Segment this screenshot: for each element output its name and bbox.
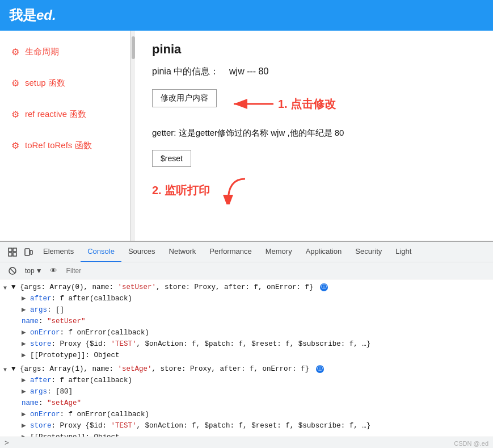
clear-console-btn[interactable]: [5, 263, 20, 279]
entry2-after[interactable]: ▶ after: f after(callback): [0, 375, 493, 386]
entry2-args[interactable]: ▶ args: [80]: [0, 386, 493, 397]
console-prompt[interactable]: >: [5, 438, 9, 447]
watermark: CSDN @.ed: [454, 440, 488, 447]
entry2-name: name: "setAge": [0, 397, 493, 409]
devtools-toolbar: top ▼ 👁: [0, 262, 493, 279]
sidebar-label-setup: setup 函数: [25, 78, 65, 89]
info-line: pinia 中的信息： wjw --- 80: [152, 66, 476, 78]
arrow-down-icon: [217, 176, 251, 204]
getter-line: getter: 这是getter修饰过的名称 wjw ,他的年纪是 80: [152, 128, 476, 139]
device-toolbar-btn[interactable]: [20, 244, 36, 260]
page-content-wrapper: pinia pinia 中的信息： wjw --- 80 修改用户内容: [135, 31, 493, 241]
console-entry-1[interactable]: ▼ {args: Array(0), name: 'setUser', stor…: [0, 282, 493, 293]
sidebar-label-lifecycle: 生命周期: [25, 47, 59, 57]
gear-icon-lifecycle: ⚙: [11, 47, 19, 57]
content-area: ⚙ 生命周期 ⚙ setup 函数 ⚙ ref reactive 函数 ⚙ to…: [0, 31, 493, 241]
tab-security[interactable]: Security: [348, 242, 389, 262]
tab-performance[interactable]: Performance: [203, 242, 258, 262]
sidebar-label-toref: toRef toRefs 函数: [25, 140, 92, 151]
arrow-right-icon: [228, 95, 273, 112]
entry1-prototype[interactable]: ▶ [[Prototype]]: Object: [0, 350, 493, 361]
console-footer: > CSDN @.ed: [0, 437, 493, 448]
entry1-onerror[interactable]: ▶ onError: f onError(callback): [0, 327, 493, 338]
site-title: 我是ed.: [9, 6, 56, 24]
svg-rect-8: [30, 250, 32, 254]
sidebar-scrollbar[interactable]: [130, 31, 135, 241]
svg-rect-5: [9, 253, 12, 256]
annotation-click: 1. 点击修改: [278, 97, 336, 112]
gear-icon-ref: ⚙: [11, 109, 19, 120]
devtools-tabs: Elements Console Sources Network Perform…: [0, 242, 493, 262]
entry1-args[interactable]: ▶ args: []: [0, 304, 493, 316]
info-value: wjw --- 80: [229, 66, 268, 76]
info-badge-2: ⓘ: [316, 365, 324, 373]
entry2-store[interactable]: ▶ store: Proxy {$id: 'TEST', $onAction: …: [0, 420, 493, 432]
svg-rect-4: [13, 248, 16, 252]
page-title: pinia: [152, 42, 476, 57]
tab-sources[interactable]: Sources: [121, 242, 162, 262]
entry2-prototype[interactable]: ▶ [[Prototype]]: Object: [0, 432, 493, 437]
sidebar-item-setup[interactable]: ⚙ setup 函数: [0, 68, 130, 99]
gear-icon-toref: ⚙: [11, 140, 19, 151]
sidebar-item-ref-reactive[interactable]: ⚙ ref reactive 函数: [0, 99, 130, 130]
reset-button[interactable]: $reset: [152, 150, 191, 167]
annotation-listen: 2. 监听打印: [152, 183, 210, 198]
svg-line-10: [10, 269, 15, 273]
sidebar-item-toref[interactable]: ⚙ toRef toRefs 函数: [0, 130, 130, 161]
sidebar: ⚙ 生命周期 ⚙ setup 函数 ⚙ ref reactive 函数 ⚙ to…: [0, 31, 130, 241]
tab-lighthouse[interactable]: Light: [389, 242, 418, 262]
header: 我是ed.: [0, 0, 493, 31]
svg-rect-6: [13, 253, 16, 256]
entry1-after[interactable]: ▶ after: f after(callback): [0, 293, 493, 304]
entry1-name: name: "setUser": [0, 316, 493, 327]
devtools-panel: Elements Console Sources Network Perform…: [0, 241, 493, 448]
tab-console[interactable]: Console: [81, 242, 121, 262]
page-content: pinia pinia 中的信息： wjw --- 80 修改用户内容: [135, 31, 493, 241]
console-entry-2[interactable]: ▼ {args: Array(1), name: 'setAge', store…: [0, 363, 493, 375]
info-badge-1: ⓘ: [320, 283, 328, 291]
tab-elements[interactable]: Elements: [36, 242, 81, 262]
main-container: ⚙ 生命周期 ⚙ setup 函数 ⚙ ref reactive 函数 ⚙ to…: [0, 31, 493, 448]
sidebar-item-lifecycle[interactable]: ⚙ 生命周期: [0, 36, 130, 68]
context-selector[interactable]: top ▼: [23, 266, 45, 276]
modify-button[interactable]: 修改用户内容: [152, 89, 217, 107]
inspect-element-btn[interactable]: [5, 244, 20, 260]
console-filter-input[interactable]: [63, 266, 488, 276]
svg-rect-7: [25, 249, 30, 256]
sidebar-label-ref: ref reactive 函数: [25, 109, 86, 120]
entry2-onerror[interactable]: ▶ onError: f onError(callback): [0, 409, 493, 420]
gear-icon-setup: ⚙: [11, 78, 19, 89]
info-label: pinia 中的信息：: [152, 66, 219, 76]
tab-application[interactable]: Application: [299, 242, 349, 262]
tab-memory[interactable]: Memory: [259, 242, 299, 262]
svg-rect-3: [9, 248, 12, 252]
eye-btn[interactable]: 👁: [47, 264, 61, 278]
console-output: ▼ {args: Array(0), name: 'setUser', stor…: [0, 279, 493, 437]
tab-network[interactable]: Network: [162, 242, 203, 262]
entry1-store[interactable]: ▶ store: Proxy {$id: 'TEST', $onAction: …: [0, 338, 493, 350]
